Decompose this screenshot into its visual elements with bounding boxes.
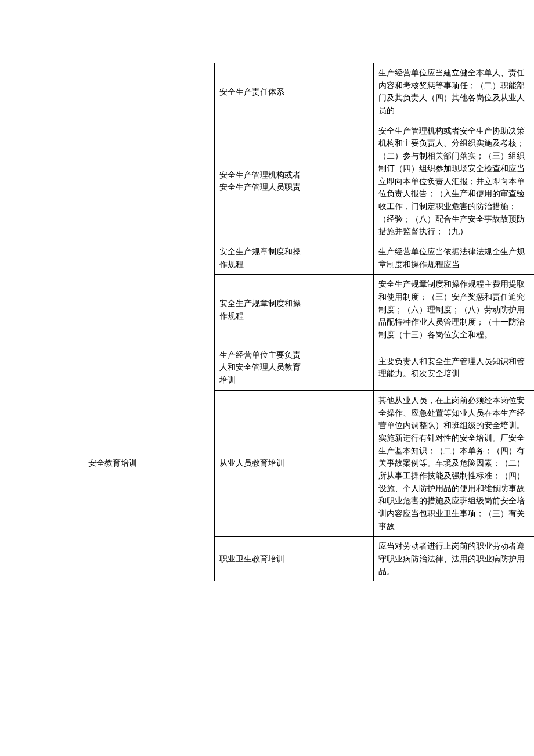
item-desc: 其他从业人员，在上岗前必须经本岗位安全操作、应急处置等知业人员在本生产经营单位内… bbox=[373, 390, 534, 537]
col-4-blank bbox=[311, 121, 373, 242]
item-title: 安全生产管理机构或者安全生产管理人员职责 bbox=[214, 121, 311, 242]
item-title: 职业卫生教育培训 bbox=[214, 537, 311, 582]
item-desc: 主要负责人和安全生产管理人员知识和管理能力。初次安全培训 bbox=[373, 345, 534, 390]
item-title: 安全生产责任体系 bbox=[214, 63, 311, 121]
section-b-cell: 安全教育培训 bbox=[82, 345, 143, 581]
col-2-blank bbox=[143, 345, 214, 581]
col-2-blank bbox=[143, 63, 214, 345]
item-title: 从业人员教育培训 bbox=[214, 390, 311, 537]
col-4-blank bbox=[311, 242, 373, 274]
col-4-blank bbox=[311, 390, 373, 537]
standards-table: 安全生产责任体系 生产经营单位应当建立健全本单人、责任内容和考核奖惩等事项任；（… bbox=[0, 63, 534, 581]
document-page: 安全生产责任体系 生产经营单位应当建立健全本单人、责任内容和考核奖惩等事项任；（… bbox=[0, 0, 534, 756]
col-4-blank bbox=[311, 63, 373, 121]
col-0-blank bbox=[0, 63, 82, 582]
item-title: 生产经营单位主要负责人和安全管理人员教育培训 bbox=[214, 345, 311, 390]
col-4-blank bbox=[311, 345, 373, 390]
item-title: 安全生产规章制度和操作规程 bbox=[214, 242, 311, 274]
table-row: 安全生产责任体系 生产经营单位应当建立健全本单人、责任内容和考核奖惩等事项任；（… bbox=[0, 63, 534, 121]
col-4-blank bbox=[311, 537, 373, 582]
col-4-blank bbox=[311, 275, 373, 345]
section-b-label: 安全教育培训 bbox=[88, 459, 137, 467]
item-desc: 安全生产规章制度和操作规程主费用提取和使用制度；（三）安产奖惩和责任追究制度；（… bbox=[373, 275, 534, 345]
col-1-blank bbox=[82, 63, 143, 345]
item-title: 安全生产规章制度和操作规程 bbox=[214, 275, 311, 345]
item-desc: 应当对劳动者进行上岗前的职业劳动者遵守职业病防治法律、法用的职业病防护用品。 bbox=[373, 537, 534, 582]
item-desc: 安全生产管理机构或者安全生产协助决策机构和主要负责人、分组织实施及考核；（二）参… bbox=[373, 121, 534, 242]
item-desc: 生产经营单位应当建立健全本单人、责任内容和考核奖惩等事项任；（二）职能部门及其负… bbox=[373, 63, 534, 121]
item-desc: 生产经营单位应当依据法律法规全生产规章制度和操作规程应当 bbox=[373, 242, 534, 274]
